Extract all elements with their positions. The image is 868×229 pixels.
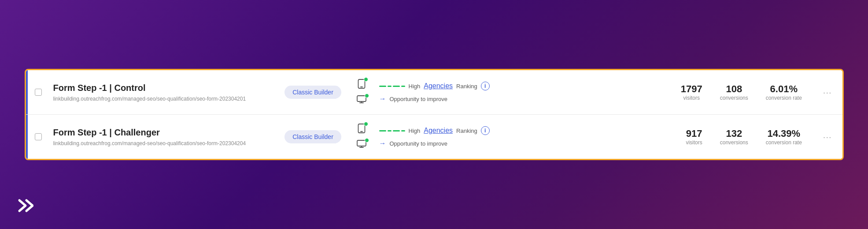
- more-options-button[interactable]: ···: [820, 84, 835, 101]
- conversions-value: 132: [720, 128, 748, 139]
- stat-conversions: 132 conversions: [720, 128, 748, 146]
- row-checkbox-wrap: [28, 89, 49, 96]
- seo-link[interactable]: Agencies: [424, 127, 453, 135]
- desktop-icon: [357, 140, 366, 150]
- row-checkbox[interactable]: [35, 133, 42, 140]
- conversions-value: 108: [720, 83, 748, 95]
- dash: [379, 86, 386, 87]
- seo-link[interactable]: Agencies: [424, 82, 453, 90]
- seo-rating-text: High: [409, 83, 421, 90]
- builder-badge[interactable]: Classic Builder: [284, 130, 341, 143]
- row-checkbox[interactable]: [35, 89, 42, 96]
- opportunity-text: Opportunity to improve: [390, 140, 448, 147]
- page-title: Form Step -1 | Challenger: [53, 128, 273, 138]
- dash: [401, 130, 405, 131]
- conversions-label: conversions: [720, 139, 748, 146]
- mobile-check: [364, 122, 368, 126]
- mobile-icon: [358, 79, 366, 91]
- info-icon[interactable]: i: [481, 82, 490, 90]
- conversions-label: conversions: [720, 95, 748, 101]
- mobile-icon: [358, 124, 366, 135]
- conversion-rate-value: 6.01%: [766, 83, 802, 95]
- opportunity-text: Opportunity to improve: [390, 96, 448, 102]
- seo-section: High Agencies Ranking i → Opportunity to…: [375, 123, 507, 151]
- main-container: Form Step -1 | Control linkbuilding.outr…: [25, 69, 844, 160]
- info-icon[interactable]: i: [481, 126, 490, 135]
- seo-row-opportunity: → Opportunity to improve: [379, 95, 502, 103]
- page-url: linkbuilding.outreachfrog.com/managed-se…: [53, 96, 273, 102]
- seo-section: High Agencies Ranking i → Opportunity to…: [375, 78, 507, 106]
- desktop-check: [365, 94, 369, 98]
- builder-tag: Classic Builder: [278, 86, 348, 99]
- stat-conversion-rate: 6.01% conversion rate: [766, 83, 802, 101]
- stats-section: 917 visitors 132 conversions 14.39% conv…: [507, 128, 842, 146]
- stats-section: 1797 visitors 108 conversions 6.01% conv…: [507, 83, 842, 101]
- mobile-check: [364, 77, 368, 82]
- seo-row-ranking: High Agencies Ranking i: [379, 82, 502, 90]
- seo-row-ranking: High Agencies Ranking i: [379, 126, 502, 135]
- more-options-button[interactable]: ···: [820, 128, 835, 146]
- page-info: Form Step -1 | Control linkbuilding.outr…: [49, 77, 278, 108]
- builder-badge[interactable]: Classic Builder: [284, 86, 341, 99]
- stat-visitors: 1797 visitors: [681, 83, 702, 101]
- stat-conversions: 108 conversions: [720, 83, 748, 101]
- visitors-value: 917: [686, 128, 702, 139]
- stat-conversion-rate: 14.39% conversion rate: [766, 128, 802, 146]
- dash: [393, 86, 400, 87]
- desktop-check: [365, 138, 369, 143]
- visitors-label: visitors: [681, 95, 702, 101]
- seo-suffix: Ranking: [456, 128, 477, 134]
- arrow-icon: →: [379, 95, 386, 103]
- stat-visitors: 917 visitors: [686, 128, 702, 146]
- dash: [379, 130, 386, 131]
- conversion-rate-label: conversion rate: [766, 139, 802, 146]
- desktop-icon: [357, 95, 366, 105]
- dash: [388, 86, 392, 87]
- dash: [393, 130, 400, 131]
- table-row: Form Step -1 | Control linkbuilding.outr…: [26, 70, 842, 115]
- builder-tag: Classic Builder: [278, 130, 348, 143]
- table-row: Form Step -1 | Challenger linkbuilding.o…: [26, 115, 842, 159]
- seo-dashes: [379, 130, 405, 131]
- logo: [18, 198, 33, 217]
- conversion-rate-label: conversion rate: [766, 95, 802, 101]
- dash: [401, 86, 405, 87]
- seo-row-opportunity: → Opportunity to improve: [379, 139, 502, 147]
- row-checkbox-wrap: [28, 133, 49, 140]
- device-col: [348, 120, 375, 154]
- page-info: Form Step -1 | Challenger linkbuilding.o…: [49, 121, 278, 153]
- page-url: linkbuilding.outreachfrog.com/managed-se…: [53, 140, 273, 146]
- seo-dashes: [379, 86, 405, 87]
- device-col: [348, 75, 375, 109]
- seo-rating-text: High: [409, 128, 421, 134]
- arrow-icon: →: [379, 139, 386, 147]
- visitors-value: 1797: [681, 83, 702, 95]
- page-title: Form Step -1 | Control: [53, 83, 273, 93]
- seo-suffix: Ranking: [456, 83, 477, 90]
- visitors-label: visitors: [686, 139, 702, 146]
- dash: [388, 130, 392, 131]
- conversion-rate-value: 14.39%: [766, 128, 802, 139]
